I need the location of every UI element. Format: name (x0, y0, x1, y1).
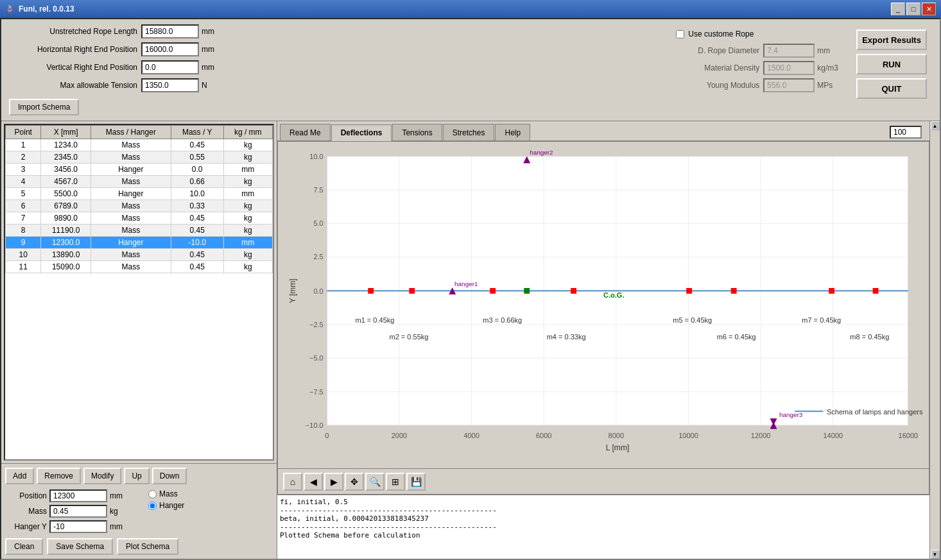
data-table-container[interactable]: Point X [mm] Mass / Hanger Mass / Y kg /… (4, 124, 274, 461)
diameter-unit: mm (817, 46, 830, 55)
table-row[interactable]: 1013890.0Mass0.45kg (6, 249, 273, 261)
col-x: X [mm] (41, 126, 91, 139)
modulus-input[interactable] (763, 78, 815, 92)
zoom-tool-button[interactable]: 🔍 (365, 473, 384, 491)
import-schema-button[interactable]: Import Schema (9, 99, 79, 115)
table-row[interactable]: 55500.0Hanger10.0mm (6, 188, 273, 200)
mass-input[interactable] (49, 505, 107, 518)
mass-radio[interactable] (148, 490, 157, 498)
modulus-unit: MPs (817, 81, 833, 90)
col-mass-y: Mass / Y (171, 126, 223, 139)
forward-tool-button[interactable]: ▶ (324, 473, 343, 491)
export-button[interactable]: Export Results (856, 30, 927, 50)
move-tool-button[interactable]: ✥ (345, 473, 364, 491)
tab-tensions[interactable]: Tensions (392, 124, 442, 140)
max-tension-input[interactable] (141, 78, 199, 92)
title-text: Funi, rel. 0.0.13 (19, 4, 74, 13)
tab-readme[interactable]: Read Me (280, 124, 331, 140)
up-button[interactable]: Up (124, 468, 149, 484)
table-cell: 3456.0 (41, 164, 91, 176)
tabs-container: Read Me Deflections Tensions Stretches H… (277, 121, 929, 141)
modulus-label: Young Modulus (676, 81, 759, 90)
v-right-unit: mm (202, 63, 214, 72)
home-tool-button[interactable]: ⌂ (283, 473, 302, 491)
table-row[interactable]: 79890.0Mass0.45kg (6, 212, 273, 225)
radio-group: Mass Hanger (148, 489, 184, 533)
hanger-y-row: Hanger Y mm (5, 520, 123, 533)
table-row[interactable]: 1115090.0Mass0.45kg (6, 261, 273, 273)
table-cell: kg (223, 261, 272, 273)
scroll-up[interactable]: ▲ (931, 121, 940, 130)
table-row[interactable]: 22345.0Mass0.55kg (6, 151, 273, 164)
table-cell: 9890.0 (41, 212, 91, 225)
run-button[interactable]: RUN (856, 54, 927, 74)
table-cell: 0.45 (171, 261, 223, 273)
down-button[interactable]: Down (152, 468, 187, 484)
quit-button[interactable]: QUIT (856, 78, 927, 99)
table-cell: kg (223, 225, 272, 237)
rope-length-input[interactable] (141, 24, 199, 38)
input-section: Position mm Mass kg Hanger Y mm (5, 489, 273, 533)
svg-text:4000: 4000 (463, 432, 479, 439)
table-cell: Mass (91, 249, 171, 261)
table-cell: 6 (6, 200, 41, 212)
maximize-button[interactable]: □ (906, 3, 920, 15)
table-cell: Hanger (91, 237, 171, 249)
modify-button[interactable]: Modify (83, 468, 121, 484)
position-input[interactable] (49, 489, 107, 502)
svg-text:8000: 8000 (609, 432, 625, 439)
svg-text:10000: 10000 (678, 432, 698, 439)
hanger-radio[interactable] (148, 502, 157, 510)
scrollbar[interactable]: ▲ ▼ (929, 121, 940, 559)
table-cell: 0.66 (171, 176, 223, 188)
save-fig-button[interactable]: 💾 (406, 473, 426, 491)
hanger-y-input[interactable] (49, 520, 107, 533)
table-cell: 0.45 (171, 225, 223, 237)
col-kg-mm: kg / mm (223, 126, 272, 139)
custom-rope-label: Use custome Rope (688, 30, 754, 38)
table-row[interactable]: 11234.0Mass0.45kg (6, 139, 273, 151)
tab-deflections[interactable]: Deflections (331, 124, 392, 141)
svg-text:2.5: 2.5 (313, 253, 323, 260)
remove-button[interactable]: Remove (37, 468, 81, 484)
add-button[interactable]: Add (5, 468, 34, 484)
svg-text:14000: 14000 (823, 432, 843, 439)
table-row[interactable]: 811190.0Mass0.45kg (6, 225, 273, 237)
close-button[interactable]: ✕ (922, 3, 936, 15)
density-input[interactable] (763, 61, 815, 75)
tab-help[interactable]: Help (495, 124, 530, 140)
cog-label: C.o.G. (603, 291, 624, 299)
max-tension-label: Max allowable Tension (9, 81, 137, 90)
table-row[interactable]: 44567.0Mass0.66kg (6, 176, 273, 188)
diameter-input[interactable] (763, 44, 815, 58)
table-row[interactable]: 66789.0Mass0.33kg (6, 200, 273, 212)
table-cell: Hanger (91, 164, 171, 176)
m5-label: m5 = 0.45kg (673, 316, 712, 324)
mass-point-4 (490, 288, 496, 294)
table-cell: mm (223, 164, 272, 176)
back-tool-button[interactable]: ◀ (304, 473, 323, 491)
tab-stretches[interactable]: Stretches (443, 124, 495, 140)
mass-row: Mass kg (5, 505, 123, 518)
save-schema-button[interactable]: Save Schema (47, 538, 113, 555)
h-right-input[interactable] (141, 42, 199, 56)
plot-schema-button[interactable]: Plot Schema (117, 538, 178, 555)
svg-text:2000: 2000 (392, 432, 408, 439)
v-right-input[interactable] (141, 60, 199, 74)
zoom-rect-tool-button[interactable]: ⊞ (386, 473, 405, 491)
log-line: ----------------------------------------… (280, 506, 927, 514)
minimize-button[interactable]: _ (891, 3, 905, 15)
clean-button[interactable]: Clean (5, 538, 43, 555)
table-cell: Hanger (91, 188, 171, 200)
hanger1-label: hanger1 (454, 280, 478, 287)
custom-rope-checkbox[interactable] (676, 30, 684, 38)
data-table: Point X [mm] Mass / Hanger Mass / Y kg /… (5, 125, 273, 273)
table-row[interactable]: 33456.0Hanger0.0mm (6, 164, 273, 176)
zoom-input[interactable] (890, 126, 922, 139)
svg-text:L [mm]: L [mm] (606, 443, 630, 452)
hanger-radio-row: Hanger (148, 501, 184, 510)
chart-svg: 10.0 7.5 5.0 2.5 0.0 −2.5 −5.0 −7.5 −10.… (284, 148, 922, 462)
scroll-down[interactable]: ▼ (931, 550, 940, 559)
table-row[interactable]: 912300.0Hanger-10.0mm (6, 237, 273, 249)
rope-length-unit: mm (202, 27, 214, 36)
